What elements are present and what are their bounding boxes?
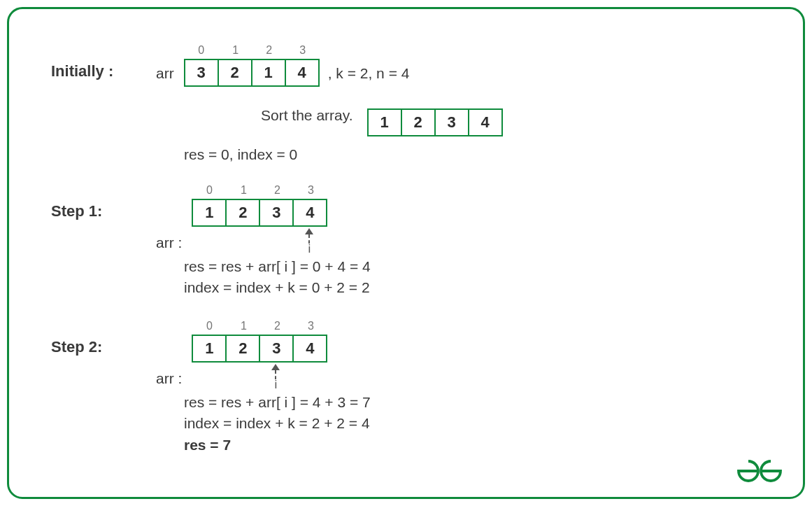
pointer-label: i — [308, 242, 311, 256]
cell: 1 — [192, 335, 227, 363]
cell: 2 — [225, 335, 260, 363]
step1-label: Step 1: — [51, 184, 156, 220]
step2-pointer: i — [192, 364, 327, 392]
step1-pointer: i — [192, 228, 327, 256]
idx: 0 — [198, 44, 204, 57]
step2-array: 01 12 23 34 — [192, 320, 327, 363]
diagram-frame: Initially : arr 03 12 21 34 , k = 2, n =… — [7, 7, 805, 499]
cell: 3 — [184, 59, 219, 87]
cell: 1 — [251, 59, 286, 87]
step2-formula: res = res + arr[ i ] = 4 + 3 = 7 index =… — [184, 392, 775, 456]
formula-line: index = index + k = 0 + 2 = 2 — [184, 279, 370, 295]
idx: 0 — [206, 320, 213, 332]
step1-block: Step 1: arr : 01 12 23 34 — [51, 184, 775, 299]
arrow-up-icon — [271, 364, 280, 370]
cell: 2 — [225, 199, 260, 227]
cell: 3 — [434, 108, 469, 136]
initial-kn: , k = 2, n = 4 — [328, 65, 410, 87]
formula-result: res = 7 — [184, 437, 231, 453]
cell: 1 — [192, 199, 227, 227]
step2-arr-label: arr : — [156, 370, 182, 392]
initial-arr-label: arr — [156, 65, 174, 87]
idx: 1 — [241, 184, 247, 197]
idx: 3 — [308, 320, 314, 332]
idx: 2 — [274, 320, 280, 332]
cell: 4 — [468, 108, 503, 136]
idx: 2 — [266, 44, 272, 57]
formula-line: res = res + arr[ i ] = 0 + 4 = 4 — [184, 258, 371, 274]
idx: 1 — [232, 44, 238, 57]
formula-line: index = index + k = 2 + 2 = 4 — [184, 415, 370, 431]
cell: 2 — [401, 108, 436, 136]
idx: 2 — [274, 184, 280, 197]
sort-text: Sort the array. — [261, 107, 353, 124]
step2-block: Step 2: arr : 01 12 23 34 — [51, 320, 775, 456]
initial-block: Initially : arr 03 12 21 34 , k = 2, n =… — [51, 44, 775, 163]
arrow-up-icon — [305, 228, 313, 234]
initial-vars: res = 0, index = 0 — [184, 146, 775, 163]
geeksforgeeks-logo-icon — [736, 458, 783, 487]
formula-line: res = res + arr[ i ] = 4 + 3 = 7 — [184, 394, 371, 410]
initial-array: 03 12 21 34 — [184, 44, 320, 87]
cell: 4 — [292, 199, 327, 227]
idx: 1 — [241, 320, 247, 332]
sorted-array: 1 2 3 4 — [367, 94, 503, 136]
cell: 4 — [285, 59, 320, 87]
step1-formula: res = res + arr[ i ] = 0 + 4 = 4 index =… — [184, 256, 775, 299]
cell: 4 — [292, 335, 327, 363]
idx: 3 — [308, 184, 314, 197]
step1-arr-label: arr : — [156, 234, 182, 256]
cell: 3 — [259, 335, 294, 363]
initial-label: Initially : — [51, 44, 156, 80]
cell: 1 — [367, 108, 402, 136]
cell: 2 — [218, 59, 252, 87]
pointer-label: i — [274, 378, 277, 392]
step2-label: Step 2: — [51, 320, 156, 356]
step1-array: 01 12 23 34 — [192, 184, 327, 227]
idx: 3 — [299, 44, 306, 57]
cell: 3 — [259, 199, 294, 227]
idx: 0 — [206, 184, 213, 197]
